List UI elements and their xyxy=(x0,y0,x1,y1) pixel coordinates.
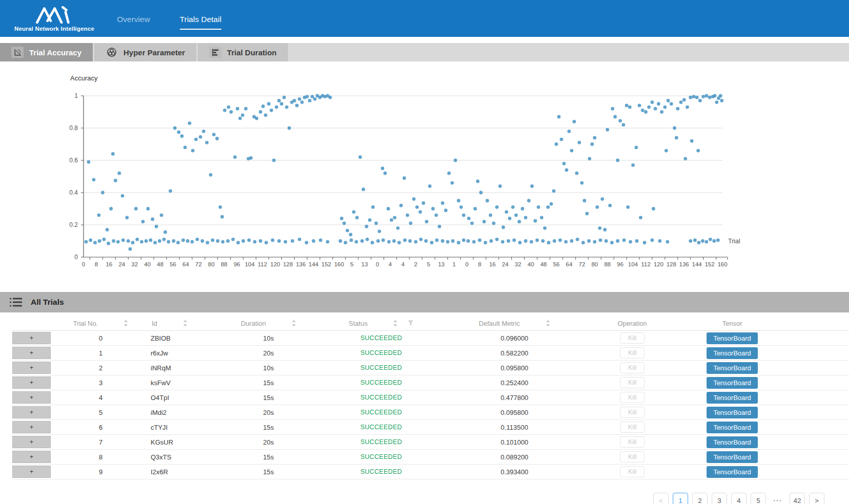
prev-page-button[interactable]: < xyxy=(653,493,669,504)
tensorboard-button[interactable]: TensorBoard xyxy=(707,377,758,389)
chart-title: Accuracy xyxy=(70,74,98,82)
kill-button[interactable]: Kill xyxy=(620,362,645,373)
kill-button[interactable]: Kill xyxy=(620,466,645,477)
page-button-1[interactable]: 1 xyxy=(673,493,688,504)
trial-id-cell: cTYJI xyxy=(151,420,202,434)
trial-row: +5iMdi220sSUCCEEDED0.095800KillTensorBoa… xyxy=(12,405,849,420)
svg-text:0: 0 xyxy=(74,254,78,261)
duration-cell: 10s xyxy=(202,361,335,375)
column-header-status[interactable]: Status xyxy=(335,316,427,330)
tensorboard-button[interactable]: TensorBoard xyxy=(707,466,758,478)
trial-id-cell: ZBIOB xyxy=(151,331,202,345)
chart-x-axis-name: Trial xyxy=(728,238,740,245)
tab-label: Trial Accuracy xyxy=(29,48,81,57)
expand-row-button[interactable]: + xyxy=(12,332,51,344)
svg-text:72: 72 xyxy=(578,261,585,267)
sort-icon[interactable] xyxy=(292,320,296,327)
trial-no-cell: 7 xyxy=(51,435,151,449)
column-header-default-metric[interactable]: Default Metric xyxy=(427,316,602,330)
svg-text:24: 24 xyxy=(118,261,125,267)
expand-row-button[interactable]: + xyxy=(12,451,51,463)
default-metric-cell: 0.095800 xyxy=(427,361,602,375)
filter-icon[interactable] xyxy=(408,320,413,326)
svg-text:48: 48 xyxy=(157,261,163,267)
expand-row-button[interactable]: + xyxy=(12,466,51,478)
page-ellipsis[interactable]: ••• xyxy=(770,493,785,504)
kill-button[interactable]: Kill xyxy=(620,422,645,433)
expand-row-button[interactable]: + xyxy=(12,436,51,448)
sort-icon[interactable] xyxy=(546,320,550,327)
sort-icon[interactable] xyxy=(183,320,188,327)
expand-row-button[interactable]: + xyxy=(12,362,51,374)
trial-row: +7KGsUR20sSUCCEEDED0.101000KillTensorBoa… xyxy=(12,435,849,450)
svg-text:5: 5 xyxy=(427,261,430,267)
page-button-5[interactable]: 5 xyxy=(751,493,766,504)
tensorboard-button[interactable]: TensorBoard xyxy=(707,422,758,433)
trial-id-cell: I2x6R xyxy=(151,465,202,479)
svg-text:40: 40 xyxy=(144,261,151,267)
kill-button[interactable]: Kill xyxy=(620,332,645,344)
tensorboard-button[interactable]: TensorBoard xyxy=(707,436,758,448)
accuracy-chart-section: 00.20.40.60.8108162432404856647280889610… xyxy=(0,67,849,271)
tab-trial-duration[interactable]: Trial Duration xyxy=(198,43,288,61)
app-header: Neural Network Intelligence Overview Tri… xyxy=(0,0,849,37)
svg-text:32: 32 xyxy=(131,261,138,267)
status-badge: SUCCEEDED xyxy=(335,346,427,360)
tab-hyper-parameter[interactable]: Hyper Parameter xyxy=(94,43,196,61)
trial-no-cell: 3 xyxy=(51,375,151,390)
expand-row-button[interactable]: + xyxy=(12,376,51,389)
column-header-duration[interactable]: Duration xyxy=(202,316,335,330)
tensorboard-button[interactable]: TensorBoard xyxy=(707,362,758,374)
page-button-4[interactable]: 4 xyxy=(731,493,747,504)
column-header-trial-no-[interactable]: Trial No. xyxy=(51,316,151,330)
trial-no-cell: 6 xyxy=(51,420,151,434)
status-badge: SUCCEEDED xyxy=(335,375,427,390)
column-label: Tensor xyxy=(722,320,742,327)
trial-no-cell: 4 xyxy=(51,390,151,405)
svg-text:64: 64 xyxy=(182,261,189,267)
svg-text:40: 40 xyxy=(528,261,534,267)
nav-overview[interactable]: Overview xyxy=(117,15,150,30)
kill-button[interactable]: Kill xyxy=(620,407,645,418)
svg-text:152: 152 xyxy=(705,261,714,267)
default-metric-cell: 0.477800 xyxy=(427,390,602,405)
status-badge: SUCCEEDED xyxy=(335,435,427,449)
kill-button[interactable]: Kill xyxy=(620,347,645,359)
tensorboard-button[interactable]: TensorBoard xyxy=(707,392,758,404)
duration-cell: 15s xyxy=(202,375,335,390)
accuracy-chart[interactable]: 00.20.40.60.8108162432404856647280889610… xyxy=(0,67,849,269)
kill-button[interactable]: Kill xyxy=(620,436,645,448)
sort-icon[interactable] xyxy=(123,320,128,327)
trials-table-header: Trial No.IdDurationStatusDefault MetricO… xyxy=(12,316,849,331)
svg-text:16: 16 xyxy=(489,261,496,267)
page-button-3[interactable]: 3 xyxy=(712,493,727,504)
tensorboard-button[interactable]: TensorBoard xyxy=(707,347,758,359)
svg-text:5: 5 xyxy=(350,261,354,267)
kill-button[interactable]: Kill xyxy=(620,377,645,388)
nav-trials-detail[interactable]: Trials Detail xyxy=(180,15,221,30)
top-nav: Overview Trials Detail xyxy=(117,15,221,30)
expand-row-button[interactable]: + xyxy=(12,347,51,359)
kill-button[interactable]: Kill xyxy=(620,451,645,463)
expand-row-button[interactable]: + xyxy=(12,391,51,404)
svg-text:80: 80 xyxy=(208,261,215,267)
kill-button[interactable]: Kill xyxy=(620,392,645,403)
sort-icon[interactable] xyxy=(393,320,398,327)
pagination: <12345•••42> xyxy=(0,493,849,504)
tab-trial-accuracy[interactable]: Trial Accuracy xyxy=(0,43,93,61)
tensorboard-button[interactable]: TensorBoard xyxy=(707,332,758,344)
tensorboard-button[interactable]: TensorBoard xyxy=(707,407,758,418)
tensorboard-button[interactable]: TensorBoard xyxy=(707,451,758,463)
trial-no-cell: 0 xyxy=(51,331,151,345)
next-page-button[interactable]: > xyxy=(809,493,824,504)
expand-row-button[interactable]: + xyxy=(12,421,51,433)
column-header-id[interactable]: Id xyxy=(151,316,202,330)
page-button-42[interactable]: 42 xyxy=(790,493,805,504)
tab-label: Trial Duration xyxy=(227,48,277,57)
default-metric-cell: 0.393400 xyxy=(427,465,602,479)
view-tabstrip: Trial Accuracy Hyper Parameter Trial Dur… xyxy=(0,43,849,61)
brand-title: Neural Network Intelligence xyxy=(14,26,94,32)
expand-row-button[interactable]: + xyxy=(12,406,51,418)
svg-text:0: 0 xyxy=(465,261,468,267)
page-button-2[interactable]: 2 xyxy=(692,493,708,504)
